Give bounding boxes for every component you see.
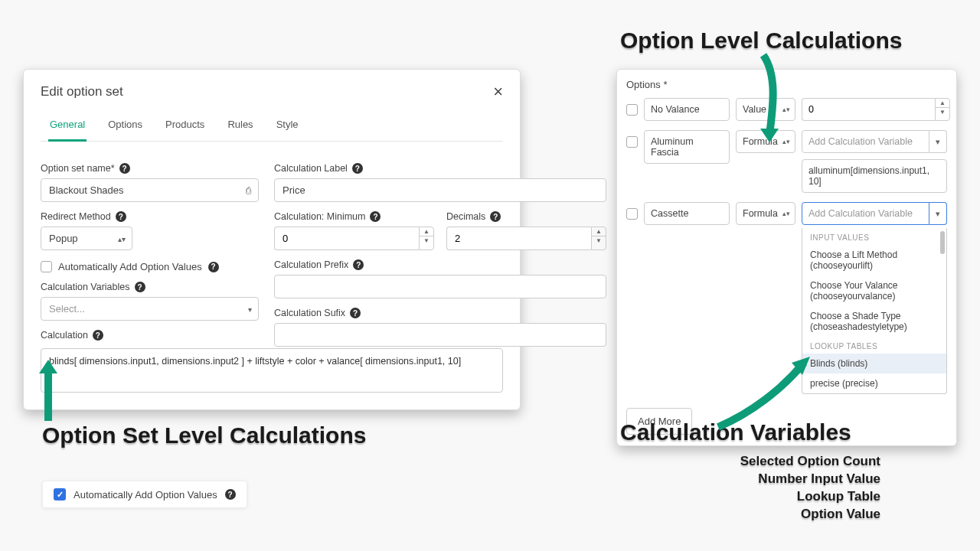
svg-marker-1	[760, 129, 779, 142]
dropdown-group-label: INPUT VALUES	[802, 228, 946, 245]
calc-suffix-input[interactable]	[274, 323, 606, 347]
calc-prefix-input[interactable]	[274, 275, 606, 298]
annotation-option-level: Option Level Calculations	[620, 28, 902, 54]
dropdown-group-label: LOOKUP TABLES	[802, 337, 946, 354]
auto-add-checkbox[interactable]	[41, 261, 52, 272]
dropdown-item[interactable]: Choose a Lift Method (chooseyourlift)	[802, 245, 946, 276]
calc-min-stepper[interactable]: ▲▼	[274, 227, 434, 250]
chevron-updown-icon: ▴▾	[118, 234, 126, 243]
step-up-icon[interactable]: ▲	[420, 227, 433, 236]
help-icon[interactable]: ?	[225, 489, 236, 500]
calc-vars-placeholder: Select...	[49, 303, 85, 315]
dropdown-item[interactable]: Choose a Shade Type (choseashadestyletyp…	[802, 306, 946, 337]
tab-general[interactable]: General	[48, 111, 87, 142]
auto-add-checkbox-card: ✓ Automatically Add Option Values ?	[42, 481, 247, 508]
help-icon[interactable]: ?	[135, 282, 145, 292]
modal-title: Edit option set	[41, 84, 123, 99]
option-checkbox[interactable]	[626, 208, 638, 220]
dropdown-item[interactable]: precise (precise)	[802, 373, 946, 393]
calc-variable-select[interactable]: Add Calculation Variable ▾	[802, 130, 947, 153]
edit-option-set-modal: Edit option set × General Options Produc…	[23, 69, 521, 410]
chevron-down-icon: ▾	[248, 305, 252, 313]
help-icon[interactable]: ?	[119, 163, 130, 174]
step-down-icon[interactable]: ▼	[420, 236, 433, 245]
calc-label-input[interactable]	[274, 178, 606, 202]
tab-products[interactable]: Products	[164, 111, 206, 141]
calc-min-label: Calculation: Minimum	[274, 211, 365, 222]
help-icon[interactable]: ?	[116, 211, 126, 222]
calc-variable-dropdown: INPUT VALUES Choose a Lift Method (choos…	[802, 228, 947, 394]
annotation-line: Selected Option Count	[666, 453, 880, 471]
calc-min-input[interactable]	[274, 227, 419, 250]
arrow-icon	[712, 352, 819, 436]
calc-label-label: Calculation Label	[274, 163, 348, 174]
step-up-icon[interactable]: ▲	[936, 99, 949, 108]
tab-style[interactable]: Style	[275, 111, 300, 141]
option-name-input[interactable]: Aluminum Fascia	[644, 130, 730, 164]
option-number-stepper[interactable]: ▲▼	[802, 98, 950, 121]
calc-variable-placeholder: Add Calculation Variable	[802, 202, 929, 225]
option-formula-input[interactable]: alluminum[dimensions.input1, 10]	[802, 159, 947, 193]
annotation-option-set-level: Option Set Level Calculations	[42, 422, 366, 448]
chevron-down-icon: ▾	[929, 130, 947, 153]
calc-vars-label: Calculation Variables	[41, 282, 130, 292]
translate-icon[interactable]: ⎙	[246, 185, 251, 196]
help-icon[interactable]: ?	[352, 163, 363, 174]
redirect-method-value: Popup	[49, 233, 78, 244]
help-icon[interactable]: ?	[350, 308, 361, 318]
calculation-textarea[interactable]: blinds[ dimensions.input1, dimensions.in…	[41, 348, 503, 393]
auto-add-checkbox-checked[interactable]: ✓	[54, 488, 66, 500]
tabs: General Options Products Rules Style	[41, 111, 503, 142]
arrow-icon	[34, 360, 80, 429]
svg-marker-0	[39, 360, 57, 373]
help-icon[interactable]: ?	[370, 211, 381, 222]
tab-options[interactable]: Options	[106, 111, 144, 141]
chevron-down-icon: ▾	[929, 202, 947, 225]
decimals-label: Decimals	[446, 211, 485, 222]
annotation-line: Number Input Value	[666, 471, 880, 488]
close-icon[interactable]: ×	[493, 83, 503, 100]
calculation-label: Calculation	[41, 330, 88, 341]
scrollbar-thumb[interactable]	[940, 231, 945, 254]
calc-variable-select[interactable]: Add Calculation Variable ▾	[802, 202, 947, 225]
decimals-stepper[interactable]: ▲▼	[446, 227, 606, 250]
option-type-select[interactable]: Formula ▴▾	[736, 202, 795, 225]
annotation-line: Lookup Table	[666, 488, 880, 506]
redirect-method-select[interactable]: Popup ▴▾	[41, 227, 132, 250]
calc-suffix-label: Calculation Sufix	[274, 308, 345, 318]
option-set-name-input[interactable]	[41, 178, 259, 202]
step-up-icon[interactable]: ▲	[592, 227, 606, 236]
help-icon[interactable]: ?	[353, 259, 364, 270]
step-down-icon[interactable]: ▼	[592, 236, 606, 245]
help-icon[interactable]: ?	[490, 211, 501, 222]
calc-prefix-label: Calculation Prefix	[274, 259, 348, 270]
chevron-updown-icon: ▴▾	[782, 210, 790, 217]
option-checkbox[interactable]	[626, 104, 638, 116]
calc-vars-select[interactable]: Select... ▾	[41, 297, 259, 321]
tab-rules[interactable]: Rules	[226, 111, 254, 141]
dropdown-item[interactable]: Blinds (blinds)	[802, 354, 946, 373]
annotation-line: Option Value	[666, 506, 880, 523]
option-checkbox[interactable]	[626, 136, 638, 148]
help-icon[interactable]: ?	[208, 262, 219, 272]
option-name-input[interactable]: Cassette	[644, 202, 730, 225]
step-down-icon[interactable]: ▼	[936, 108, 949, 116]
option-set-name-label: Option set name*	[41, 163, 115, 174]
calc-variable-placeholder: Add Calculation Variable	[802, 130, 929, 153]
auto-add-label: Automatically Add Option Values	[74, 489, 217, 500]
option-number-input[interactable]	[802, 98, 935, 121]
option-name-input[interactable]: No Valance	[644, 98, 730, 121]
help-icon[interactable]: ?	[93, 330, 103, 341]
auto-add-label: Automatically Add Option Values	[58, 261, 202, 272]
redirect-method-label: Redirect Method	[41, 211, 111, 222]
dropdown-item[interactable]: Choose Your Valance (chooseyourvalance)	[802, 276, 946, 306]
arrow-icon	[754, 52, 800, 144]
decimals-input[interactable]	[446, 227, 591, 250]
